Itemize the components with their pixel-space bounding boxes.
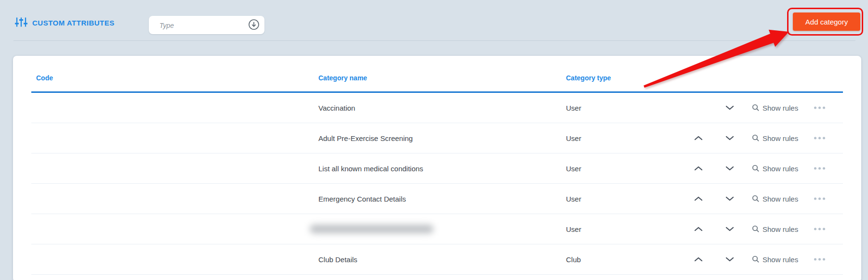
table-row: Emergency Contact Details User Show rule… [31,184,843,214]
magnifier-icon [752,165,760,172]
category-name-cell: Emergency Contact Details [318,195,406,203]
category-name-cell: Club Details [318,255,357,264]
show-rules-button[interactable]: Show rules [752,134,798,142]
chevron-down-icon[interactable] [723,192,736,205]
table-row: User Show rules [31,214,843,244]
circle-arrow-down-icon[interactable] [248,19,260,31]
table-row: List all known medical conditions User S… [31,153,843,184]
ellipsis-icon[interactable] [813,165,826,172]
sliders-icon [15,17,27,29]
attributes-table-card: Code Category name Category type Vaccina… [13,56,861,280]
magnifier-icon [752,225,760,233]
chevron-up-icon[interactable] [692,162,705,175]
category-type-cell: User [566,104,581,112]
table-body: Vaccination User Show rules Adult Pre-Ex… [31,93,843,275]
category-type-cell: User [566,225,581,233]
top-bar: CUSTOM ATTRIBUTES Add category [0,0,868,40]
type-filter [149,16,264,34]
category-name-cell: List all known medical conditions [318,165,423,173]
show-rules-label: Show rules [763,165,798,172]
table-header-row: Code Category name Category type [31,56,843,91]
page-title: CUSTOM ATTRIBUTES [32,19,115,27]
show-rules-button[interactable]: Show rules [752,255,798,263]
add-category-button[interactable]: Add category [793,13,860,31]
category-type-cell: User [566,195,581,203]
table-row: Vaccination User Show rules [31,93,843,123]
ellipsis-icon[interactable] [813,135,826,141]
chevron-up-icon[interactable] [692,223,705,235]
show-rules-button[interactable]: Show rules [752,104,798,112]
redacted-category-name [310,225,434,233]
ellipsis-icon[interactable] [813,196,826,202]
chevron-down-icon[interactable] [723,253,736,266]
magnifier-icon [752,134,760,142]
show-rules-label: Show rules [763,226,798,233]
show-rules-label: Show rules [763,256,798,263]
show-rules-label: Show rules [763,195,798,203]
show-rules-button[interactable]: Show rules [752,225,798,233]
ellipsis-icon[interactable] [813,256,826,263]
type-filter-input[interactable] [158,16,242,35]
show-rules-label: Show rules [763,104,798,112]
category-type-cell: User [566,134,581,142]
category-name-cell: Vaccination [318,104,355,112]
table-row: Adult Pre-Exercise Screening User Show r… [31,123,843,153]
show-rules-button[interactable]: Show rules [752,165,798,172]
chevron-down-icon[interactable] [723,162,736,175]
magnifier-icon [752,255,760,263]
column-header-category-type[interactable]: Category type [566,74,611,82]
topbar-divider [13,40,855,41]
chevron-down-icon[interactable] [723,223,736,235]
show-rules-label: Show rules [763,135,798,142]
magnifier-icon [752,195,760,203]
chevron-up-icon[interactable] [692,253,705,266]
category-type-cell: Club [566,255,581,264]
chevron-down-icon[interactable] [723,132,736,144]
column-header-category-name[interactable]: Category name [318,74,367,82]
column-header-code[interactable]: Code [36,74,53,82]
category-type-cell: User [566,165,581,173]
magnifier-icon [752,104,760,112]
ellipsis-icon[interactable] [813,226,826,232]
ellipsis-icon[interactable] [813,105,826,111]
custom-attributes-page: CUSTOM ATTRIBUTES Add category Code Cate… [0,0,868,280]
chevron-up-icon[interactable] [692,192,705,205]
category-name-cell: Adult Pre-Exercise Screening [318,134,413,142]
show-rules-button[interactable]: Show rules [752,195,798,203]
chevron-down-icon[interactable] [723,102,736,114]
chevron-up-icon[interactable] [692,132,705,144]
table-row: Club Details Club Show rules [31,244,843,275]
